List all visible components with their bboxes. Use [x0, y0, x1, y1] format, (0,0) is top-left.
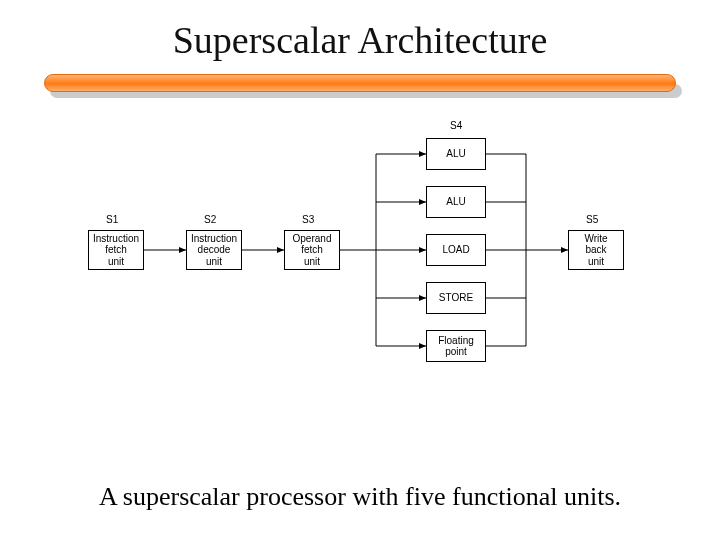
box-write-back: Writebackunit	[568, 230, 624, 270]
box-floating-point: Floatingpoint	[426, 330, 486, 362]
box-store: STORE	[426, 282, 486, 314]
caption-text: A superscalar processor with five functi…	[0, 482, 720, 512]
box-alu-1: ALU	[426, 138, 486, 170]
stage-label-s5: S5	[586, 214, 598, 225]
stage-label-s2: S2	[204, 214, 216, 225]
architecture-diagram: S1 S2 S3 S4 S5 Instructionfetchunit Inst…	[88, 130, 648, 430]
title-divider	[44, 74, 676, 100]
box-operand-fetch: Operandfetchunit	[284, 230, 340, 270]
box-instruction-fetch: Instructionfetchunit	[88, 230, 144, 270]
box-instruction-decode: Instructiondecodeunit	[186, 230, 242, 270]
page-title: Superscalar Architecture	[0, 0, 720, 62]
connector-lines	[88, 130, 648, 430]
box-alu-2: ALU	[426, 186, 486, 218]
stage-label-s4: S4	[450, 120, 462, 131]
stage-label-s3: S3	[302, 214, 314, 225]
stage-label-s1: S1	[106, 214, 118, 225]
box-load: LOAD	[426, 234, 486, 266]
